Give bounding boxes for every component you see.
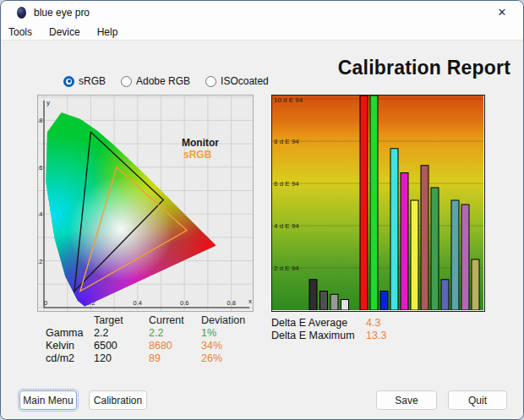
bar-red <box>360 95 368 310</box>
row-target: 6500 <box>94 340 149 352</box>
table-header-current: Current <box>149 314 201 327</box>
page-title: Calibration Report <box>338 57 510 79</box>
radio-icon[interactable] <box>205 76 216 87</box>
y-tick-label: 2 d E 94 <box>274 265 299 272</box>
cie-chromaticity-diagram: 00.20.40.60.80.20.40.60.8xy Monitor sRGB <box>38 95 253 311</box>
y-tick-label: 0.6 <box>38 164 43 172</box>
row-current: 8680 <box>149 340 201 352</box>
delta-e-bar-chart: 2 d E 944 d E 946 d E 948 d E 9410 d E 9… <box>272 95 483 310</box>
table-header-deviation: Deviation <box>201 314 265 327</box>
cie-spectrum-locus <box>38 95 253 311</box>
bar-purple <box>461 205 469 310</box>
window-title: blue eye pro <box>34 7 90 19</box>
radio-icon[interactable] <box>121 76 132 87</box>
x-tick-label: 0.6 <box>180 299 188 307</box>
y-tick-label: 0.2 <box>38 258 43 265</box>
bar-teal <box>451 200 459 310</box>
client-area: Calibration Report sRGB Adobe RGB ISOcoa… <box>1 41 523 420</box>
row-current: 2.2 <box>149 327 201 340</box>
bar-magenta <box>401 173 408 311</box>
delta-e-maximum-label: Delta E Maximum <box>271 330 366 342</box>
table-header-empty <box>46 314 94 327</box>
y-tick-label: 6 d E 94 <box>274 180 299 188</box>
y-tick-label: 0.8 <box>38 117 43 124</box>
legend-srgb-label: sRGB <box>183 149 212 161</box>
x-tick-label: 0.8 <box>227 299 235 307</box>
delta-e-chart-panel: 2 d E 944 d E 946 d E 948 d E 9410 d E 9… <box>271 95 485 312</box>
bar-gray-light <box>341 300 349 311</box>
row-label: cd/m2 <box>46 352 94 365</box>
close-icon[interactable]: ✕ <box>489 3 515 21</box>
save-button[interactable]: Save <box>376 390 437 410</box>
menu-item-help[interactable]: Help <box>89 25 127 40</box>
delta-e-average-value: 4.3 <box>366 317 386 330</box>
legend-monitor-label: Monitor <box>182 137 219 149</box>
bar-gray-medium-dark <box>320 292 328 311</box>
table-header-target: Target <box>94 314 149 327</box>
radio-label: Adobe RGB <box>136 75 190 87</box>
radio-option-isocoated[interactable]: ISOcoated <box>205 75 269 87</box>
radio-icon[interactable] <box>63 76 74 87</box>
results-table: Target Current Deviation Gamma 2.2 2.2 1… <box>46 314 265 365</box>
menu-item-device[interactable]: Device <box>41 25 89 40</box>
radio-label: ISOcoated <box>221 75 269 87</box>
x-axis-label: x <box>248 297 252 305</box>
x-tick-label: 0 <box>44 299 47 307</box>
menu-bar: Tools Device Help <box>1 24 523 41</box>
delta-e-average-label: Delta E Average <box>271 317 366 330</box>
radio-option-adobe-rgb[interactable]: Adobe RGB <box>121 75 190 87</box>
y-tick-label: 8 d E 94 <box>274 138 299 145</box>
x-tick-label: 0.4 <box>134 299 142 307</box>
y-tick-label: 0.4 <box>38 210 43 218</box>
delta-e-maximum-value: 13.3 <box>366 330 386 342</box>
y-tick-label: 4 d E 94 <box>274 222 299 230</box>
title-bar: blue eye pro ✕ <box>1 1 523 24</box>
row-current: 89 <box>149 352 201 365</box>
app-icon <box>17 7 26 19</box>
row-target: 120 <box>94 352 149 365</box>
bar-yellow <box>411 200 418 310</box>
row-deviation: 26% <box>201 352 265 365</box>
radio-option-srgb[interactable]: sRGB <box>63 75 106 87</box>
main-menu-button[interactable]: Main Menu <box>19 390 77 410</box>
bar-green <box>370 95 378 310</box>
calibration-button[interactable]: Calibration <box>89 390 147 410</box>
row-deviation: 34% <box>201 340 265 352</box>
y-axis-label: y <box>46 99 50 106</box>
row-deviation: 1% <box>201 327 265 340</box>
row-label: Gamma <box>46 327 94 340</box>
radio-label: sRGB <box>79 75 106 87</box>
bar-olive <box>472 259 479 310</box>
app-window: blue eye pro ✕ Tools Device Help Calibra… <box>0 0 524 420</box>
bar-gray-dark <box>309 280 317 310</box>
y-tick-label: 10 d E 94 <box>274 96 303 104</box>
bar-cyan <box>390 149 398 310</box>
bar-slate-blue <box>441 280 449 310</box>
delta-e-summary: Delta E Average 4.3 Delta E Maximum 13.3 <box>271 317 386 342</box>
bar-sea-green <box>431 188 439 310</box>
row-target: 2.2 <box>94 327 149 340</box>
color-space-selector: sRGB Adobe RGB ISOcoated <box>63 75 269 87</box>
bar-gray-medium <box>330 294 338 310</box>
quit-button[interactable]: Quit <box>448 390 507 410</box>
bar-blue <box>380 292 388 311</box>
menu-item-tools[interactable]: Tools <box>1 25 41 40</box>
row-label: Kelvin <box>46 340 94 352</box>
bar-red-brown <box>421 166 428 310</box>
cie-diagram-panel: 00.20.40.60.80.20.40.60.8xy Monitor sRGB <box>37 95 254 312</box>
